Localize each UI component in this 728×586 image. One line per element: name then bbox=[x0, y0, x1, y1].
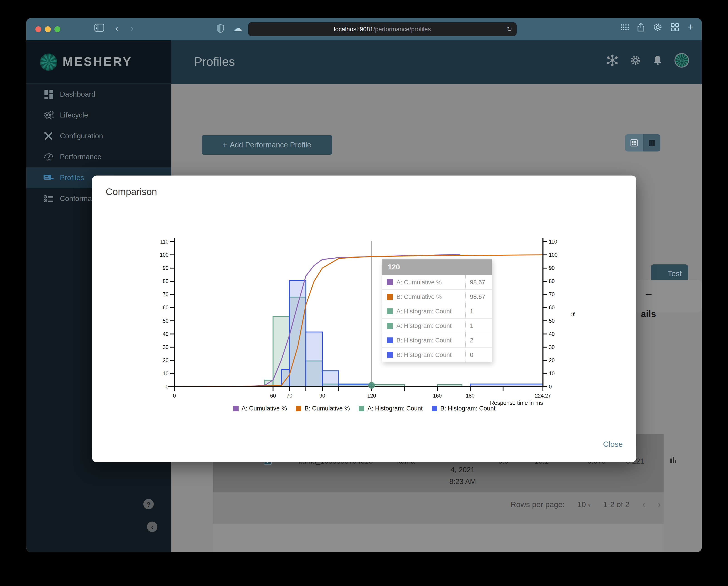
collapse-sidebar-button[interactable]: ‹ bbox=[147, 522, 157, 532]
tooltip-value: 2 bbox=[465, 334, 492, 347]
app-header: MESHERY Profiles bbox=[26, 41, 702, 84]
tooltip-label: B: Histogram: Count bbox=[396, 351, 465, 358]
tooltip-value: 98.67 bbox=[465, 275, 492, 289]
sidebar-item-label: Dashboard bbox=[60, 90, 96, 99]
back-arrow-icon[interactable]: ← bbox=[644, 287, 654, 299]
legend-item[interactable]: B: Histogram: Count bbox=[432, 405, 496, 412]
notifications-bell-icon[interactable] bbox=[653, 55, 663, 66]
comparison-chart[interactable]: 0010102020303040405050606070708080909010… bbox=[92, 176, 636, 429]
window-zoom-button[interactable] bbox=[54, 26, 60, 32]
cloud-icon[interactable]: ☁ bbox=[233, 23, 242, 33]
plus-icon: + bbox=[223, 141, 227, 149]
legend-swatch bbox=[296, 406, 302, 411]
svg-text:70: 70 bbox=[549, 291, 555, 297]
new-tab-icon[interactable]: + bbox=[687, 24, 694, 30]
svg-text:0: 0 bbox=[165, 384, 168, 390]
tooltip-row: A: Cumulative %98.67 bbox=[382, 275, 492, 289]
sidebar-item-dashboard[interactable]: Dashboard bbox=[26, 84, 171, 105]
window-close-button[interactable] bbox=[35, 26, 41, 32]
test-button-label: Test bbox=[668, 269, 682, 278]
add-performance-profile-button[interactable]: + Add Performance Profile bbox=[202, 135, 332, 155]
svg-text:70: 70 bbox=[286, 393, 292, 399]
row-chart-icon[interactable] bbox=[670, 457, 676, 463]
svg-text:90: 90 bbox=[549, 265, 555, 271]
svg-text:0: 0 bbox=[549, 384, 552, 390]
tab-overview-icon[interactable] bbox=[671, 23, 679, 31]
svg-text:0: 0 bbox=[173, 393, 176, 399]
tooltip-label: A: Histogram: Count bbox=[396, 322, 465, 329]
user-avatar[interactable] bbox=[674, 53, 689, 68]
grid-view-toggle[interactable] bbox=[625, 134, 643, 152]
tooltip-swatch bbox=[387, 279, 393, 285]
next-page-icon[interactable]: › bbox=[658, 499, 661, 510]
url-bar[interactable]: localhost:9081/performance/profiles ↻ bbox=[248, 22, 517, 36]
tooltip-value: 1 bbox=[465, 304, 492, 318]
previous-page-icon[interactable]: ‹ bbox=[642, 499, 645, 510]
svg-text:20: 20 bbox=[163, 357, 168, 363]
legend-label: B: Histogram: Count bbox=[440, 405, 496, 412]
tooltip-row: A: Histogram: Count1 bbox=[382, 318, 492, 333]
share-icon[interactable] bbox=[637, 23, 645, 32]
back-icon[interactable]: ‹ bbox=[115, 24, 118, 33]
svg-text:10: 10 bbox=[163, 371, 168, 376]
url-path: /performance/profiles bbox=[373, 26, 431, 33]
tooltip-row: A: Histogram: Count1 bbox=[382, 304, 492, 318]
svg-text:20: 20 bbox=[549, 357, 555, 363]
settings-gear-icon[interactable] bbox=[653, 23, 662, 32]
sidebar-item-lifecycle[interactable]: Lifecycle bbox=[26, 105, 171, 126]
svg-text:70: 70 bbox=[163, 291, 168, 297]
tooltip-swatch bbox=[387, 352, 393, 358]
add-performance-profile-label: Add Performance Profile bbox=[230, 141, 311, 149]
tooltip-value: 1 bbox=[465, 319, 492, 333]
reload-icon[interactable]: ↻ bbox=[507, 25, 512, 33]
svg-text:110: 110 bbox=[160, 239, 168, 245]
tooltip-value: 0 bbox=[465, 348, 492, 362]
svg-text:30: 30 bbox=[163, 344, 168, 350]
tooltip-swatch bbox=[387, 294, 393, 300]
details-heading-fragment: ails bbox=[641, 309, 656, 319]
brand-zone[interactable]: MESHERY bbox=[26, 41, 171, 84]
rows-per-page-select[interactable]: 10 ▾ bbox=[577, 500, 591, 509]
legend-item[interactable]: B: Cumulative % bbox=[296, 405, 350, 412]
preferences-gear-icon[interactable] bbox=[630, 55, 641, 66]
forward-icon[interactable]: › bbox=[131, 24, 134, 33]
svg-text:80: 80 bbox=[549, 278, 555, 284]
card-footer-area bbox=[213, 524, 664, 552]
chart-tooltip: 120 A: Cumulative %98.67B: Cumulative %9… bbox=[382, 259, 492, 363]
grid-dots-icon[interactable] bbox=[621, 24, 629, 30]
svg-text:40: 40 bbox=[549, 331, 555, 337]
pagination-range: 1-2 of 2 bbox=[603, 500, 629, 509]
svg-text:90: 90 bbox=[163, 265, 168, 271]
svg-text:160: 160 bbox=[433, 393, 442, 399]
chart-legend: A: Cumulative % B: Cumulative % A: Histo… bbox=[92, 405, 636, 412]
tooltip-row: B: Histogram: Count0 bbox=[382, 347, 492, 362]
svg-text:10: 10 bbox=[549, 371, 555, 376]
sidebar-item-configuration[interactable]: Configuration bbox=[26, 126, 171, 146]
tooltip-swatch bbox=[387, 309, 393, 314]
tooltip-label: B: Cumulative % bbox=[396, 293, 465, 300]
svg-text:30: 30 bbox=[549, 344, 555, 350]
tooltip-header: 120 bbox=[382, 260, 492, 275]
tooltip-label: B: Histogram: Count bbox=[396, 337, 465, 344]
close-button[interactable]: Close bbox=[603, 440, 623, 449]
conformance-checklist-icon bbox=[44, 194, 54, 203]
adapters-cluster-icon[interactable] bbox=[606, 54, 618, 66]
configuration-tools-icon bbox=[44, 132, 54, 141]
svg-text:60: 60 bbox=[163, 304, 168, 311]
window-minimize-button[interactable] bbox=[45, 26, 51, 32]
sidebar-item-label: Lifecycle bbox=[60, 111, 88, 119]
sidebar-toggle-icon[interactable] bbox=[94, 24, 104, 32]
table-view-toggle[interactable] bbox=[643, 134, 660, 152]
legend-item[interactable]: A: Cumulative % bbox=[233, 405, 287, 412]
tooltip-row: B: Cumulative %98.67 bbox=[382, 289, 492, 304]
help-button[interactable]: ? bbox=[143, 499, 154, 509]
legend-item[interactable]: A: Histogram: Count bbox=[359, 405, 423, 412]
shield-icon[interactable] bbox=[217, 24, 224, 33]
page-title: Profiles bbox=[194, 55, 235, 69]
legend-swatch bbox=[432, 406, 437, 411]
sidebar-item-performance[interactable]: SMP Performance bbox=[26, 146, 171, 167]
svg-text:80: 80 bbox=[163, 278, 168, 284]
sidebar-item-label: Configuration bbox=[60, 132, 103, 140]
svg-text:100: 100 bbox=[549, 252, 557, 258]
pagination: Rows per page: 10 ▾ 1-2 of 2 ‹ › bbox=[511, 499, 661, 510]
